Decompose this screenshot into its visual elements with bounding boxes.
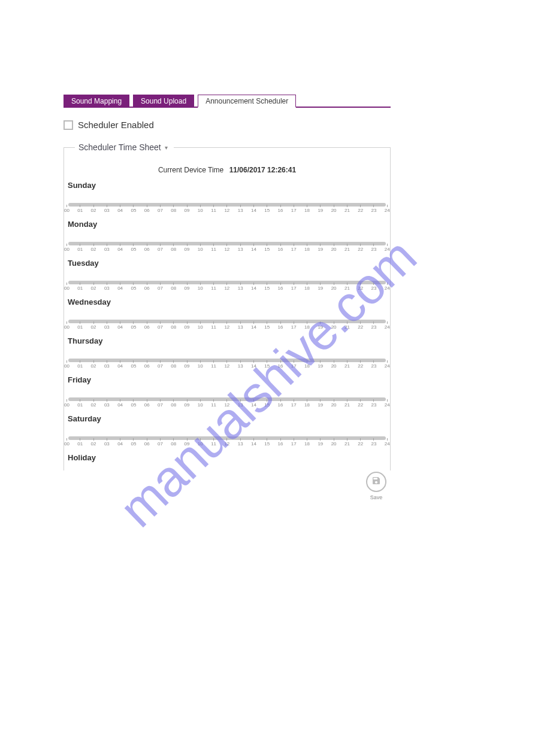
tick: 23 [373,321,374,330]
tick: 15 [267,438,267,447]
time-ruler[interactable]: 0001020304050607080910111213141516171819… [67,203,388,214]
tick-mark [307,244,307,246]
tick-label: 19 [318,402,323,408]
tick: 22 [360,244,361,253]
tick-label: 03 [104,402,110,408]
ruler-ticks: 0001020304050607080910111213141516171819… [67,283,388,292]
tick-label: 00 [64,441,69,447]
tick-mark [226,321,227,324]
tick-mark [173,360,174,363]
tick-label: 03 [104,286,110,291]
tick-mark [347,321,347,324]
tick-label: 05 [131,402,136,408]
tick-mark [67,438,67,441]
tick-mark [226,399,227,402]
tick: 03 [107,438,107,447]
tick: 00 [67,360,67,369]
tick-label: 17 [291,247,297,252]
time-ruler[interactable]: 0001020304050607080910111213141516171819… [67,359,388,369]
tick: 21 [347,205,347,214]
save-label: Save [362,494,391,500]
tick-mark [267,283,267,285]
tick-mark [253,283,254,285]
tick: 01 [80,205,80,214]
tick-mark [187,399,188,402]
tab-sound-upload[interactable]: Sound Upload [133,95,194,107]
tick-mark [133,321,134,324]
tick-mark [93,438,94,441]
tick-label: 15 [264,363,270,369]
tick: 24 [387,438,388,447]
tick: 11 [213,438,214,447]
tick: 10 [200,283,201,292]
tab-announcement-scheduler[interactable]: Announcement Scheduler [198,95,296,108]
tick-label: 13 [238,286,243,291]
tick: 18 [307,399,307,408]
tick: 10 [200,360,201,369]
tick: 17 [294,438,294,447]
tick: 22 [360,360,361,369]
tick-label: 05 [131,247,136,252]
tick-mark [107,205,107,207]
tick: 12 [226,360,227,369]
tick: 24 [387,321,388,330]
tab-label: Sound Upload [141,97,186,105]
ruler-ticks: 0001020304050607080910111213141516171819… [67,321,388,330]
tick-label: 20 [331,441,337,447]
tick-label: 12 [224,441,229,447]
time-ruler[interactable]: 0001020304050607080910111213141516171819… [67,242,388,253]
tick: 05 [133,205,134,214]
tick-mark [307,360,307,363]
scheduler-enabled-checkbox[interactable] [64,120,73,130]
time-ruler[interactable]: 0001020304050607080910111213141516171819… [67,436,388,447]
tick: 12 [226,283,227,292]
tick: 06 [147,205,147,214]
tick-mark [80,283,80,285]
tick-label: 07 [158,208,163,213]
tick-label: 21 [344,247,350,252]
tick-mark [240,205,241,207]
tick-label: 08 [171,324,176,330]
tick: 14 [253,360,254,369]
tick: 13 [240,205,241,214]
tick: 15 [267,244,267,253]
tick: 17 [294,244,294,253]
tick-mark [334,321,334,324]
tick-label: 04 [117,247,123,252]
tick-mark [226,360,227,363]
tick-mark [160,399,161,402]
tick-label: 20 [331,402,337,408]
tick-mark [253,205,254,207]
time-ruler[interactable]: 0001020304050607080910111213141516171819… [67,320,388,330]
tick-label: 20 [331,286,337,291]
tick: 05 [133,360,134,369]
save-wrap: Save [362,472,391,500]
fieldset-legend[interactable]: Scheduler Time Sheet ▾ [75,142,174,152]
time-ruler[interactable]: 0001020304050607080910111213141516171819… [67,281,388,292]
tick-mark [280,321,281,324]
tick-label: 11 [211,402,216,408]
tick: 06 [147,399,147,408]
tick: 12 [226,321,227,330]
tick-label: 12 [224,247,229,252]
tick-mark [187,360,188,363]
time-ruler[interactable]: 0001020304050607080910111213141516171819… [67,397,388,408]
save-button[interactable] [366,472,386,492]
tick-mark [133,438,134,441]
tick: 16 [280,205,281,214]
tick: 22 [360,205,361,214]
tick-mark [67,283,67,285]
tick-label: 24 [385,402,390,408]
tick-label: 22 [358,208,363,213]
tick-mark [253,360,254,363]
tick-mark [147,283,147,285]
tick-mark [267,205,267,207]
tick-mark [120,244,120,246]
tick-mark [80,321,80,324]
tick-label: 03 [104,363,110,369]
tick: 07 [160,399,161,408]
tick: 00 [67,438,67,447]
device-time-label: Current Device Time [158,166,223,174]
tab-sound-mapping[interactable]: Sound Mapping [64,95,129,107]
tick: 03 [107,205,107,214]
